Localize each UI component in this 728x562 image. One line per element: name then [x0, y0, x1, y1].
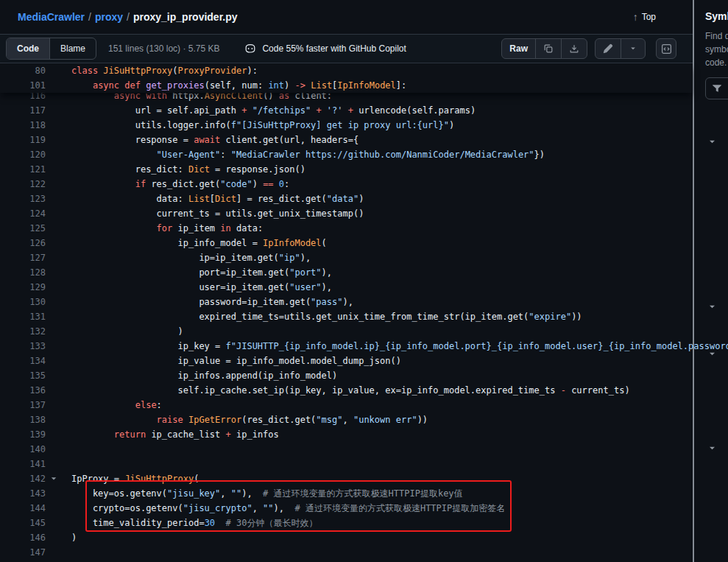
- line-number[interactable]: 129: [0, 280, 46, 295]
- line-number[interactable]: 138: [0, 412, 46, 427]
- code-line: 127 ip=ip_item.get("ip"),: [0, 250, 693, 265]
- code-text: res_dict: Dict = response.json(): [61, 162, 305, 177]
- code-line: 120 "User-Agent": "MediaCrawler https://…: [0, 147, 693, 162]
- line-number[interactable]: 131: [0, 309, 46, 324]
- chevron-spacer: [46, 162, 61, 177]
- line-number[interactable]: 135: [0, 368, 46, 383]
- code-blame-switcher: Code Blame: [6, 38, 96, 60]
- chevron-spacer: [46, 354, 61, 368]
- line-number[interactable]: 121: [0, 162, 46, 177]
- chevron-spacer: [46, 63, 61, 78]
- line-number[interactable]: 144: [0, 501, 46, 516]
- line-number[interactable]: 147: [0, 545, 46, 560]
- line-number[interactable]: 132: [0, 324, 46, 339]
- symbol-group-chevron-icon[interactable]: [706, 136, 718, 147]
- code-line: 133 ip_key = f"JISUHTTP_{ip_info_model.i…: [0, 339, 693, 354]
- code-line: 121 res_dict: Dict = response.json(): [0, 162, 693, 177]
- line-number[interactable]: 123: [0, 192, 46, 206]
- line-number[interactable]: 137: [0, 398, 46, 412]
- file-toolbar: Code Blame 151 lines (130 loc) · 5.75 KB…: [0, 34, 693, 63]
- line-number[interactable]: 126: [0, 236, 46, 250]
- line-number[interactable]: 118: [0, 118, 46, 133]
- chevron-spacer: [46, 516, 61, 530]
- code-line: 101 async def get_proxies(self, num: int…: [0, 78, 693, 93]
- chevron-spacer: [46, 368, 61, 383]
- code-line: 142IpProxy = JiSuHttpProxy(: [0, 471, 693, 486]
- code-line: 136 self.ip_cache.set_ip(ip_key, ip_valu…: [0, 383, 693, 398]
- line-number[interactable]: 143: [0, 486, 46, 501]
- chevron-spacer: [46, 192, 61, 206]
- line-number[interactable]: 140: [0, 442, 46, 457]
- symbols-panel-toggle-button[interactable]: [656, 38, 676, 59]
- code-line: 129 user=ip_item.get("user"),: [0, 280, 693, 295]
- raw-button[interactable]: Raw: [502, 39, 535, 58]
- line-number[interactable]: 125: [0, 221, 46, 236]
- code-line: 137 else:: [0, 398, 693, 412]
- line-number[interactable]: 145: [0, 516, 46, 530]
- code-text: user=ip_item.get("user"),: [61, 280, 332, 295]
- line-number[interactable]: 139: [0, 427, 46, 442]
- chevron-down-icon: [629, 44, 637, 53]
- edit-dropdown-button[interactable]: [621, 39, 645, 58]
- file-view: MediaCrawler/proxy/proxy_ip_provider.py …: [0, 0, 693, 562]
- code-text: raise IpGetError(res_dict.get("msg", "un…: [61, 412, 428, 427]
- chevron-spacer: [46, 103, 61, 118]
- edit-button-group: [595, 38, 646, 59]
- download-icon: [569, 43, 579, 54]
- chevron-spacer: [46, 427, 61, 442]
- tab-code[interactable]: Code: [7, 38, 49, 59]
- breadcrumb-separator: /: [88, 11, 91, 23]
- copilot-banner: Code 55% faster with GitHub Copilot: [244, 43, 406, 55]
- line-number[interactable]: 128: [0, 265, 46, 280]
- edit-button[interactable]: [596, 39, 621, 58]
- line-number[interactable]: 130: [0, 295, 46, 309]
- symbol-group-chevron-icon[interactable]: [706, 442, 718, 454]
- line-number[interactable]: 141: [0, 457, 46, 471]
- raw-button-group: Raw: [501, 38, 587, 59]
- code-text: ip=ip_item.get("ip"),: [61, 250, 311, 265]
- code-line: 147: [0, 545, 693, 560]
- chevron-spacer: [46, 545, 61, 560]
- collapse-chevron-icon[interactable]: [46, 471, 61, 486]
- copy-button[interactable]: [535, 39, 561, 58]
- line-number[interactable]: 101: [0, 78, 46, 93]
- chevron-spacer: [46, 147, 61, 162]
- line-number[interactable]: 117: [0, 103, 46, 118]
- file-meta-info: 151 lines (130 loc) · 5.75 KB: [108, 43, 219, 54]
- code-line: 135 ip_infos.append(ip_info_model): [0, 368, 693, 383]
- chevron-spacer: [46, 442, 61, 457]
- line-number[interactable]: 120: [0, 147, 46, 162]
- code-line: 140: [0, 442, 693, 457]
- code-line: 119 response = await client.get(url, hea…: [0, 133, 693, 147]
- chevron-spacer: [46, 236, 61, 250]
- line-number[interactable]: 146: [0, 530, 46, 545]
- code-line: 123 data: List[Dict] = res_dict.get("dat…: [0, 192, 693, 206]
- symbols-filter[interactable]: [705, 77, 728, 99]
- chevron-spacer: [46, 309, 61, 324]
- line-number[interactable]: 80: [0, 63, 46, 78]
- line-number[interactable]: 122: [0, 177, 46, 192]
- back-to-top-button[interactable]: ↑ Top: [633, 12, 656, 22]
- code-lines: 116 async with httpx.AsyncClient() as cl…: [0, 88, 693, 560]
- line-number[interactable]: 142: [0, 471, 46, 486]
- code-line: 141: [0, 457, 693, 471]
- code-text: ip_value = ip_info_model.model_dump_json…: [61, 354, 401, 368]
- code-text: port=ip_item.get("port"),: [61, 265, 332, 280]
- back-to-top-label: Top: [642, 12, 656, 22]
- code-square-icon: [661, 43, 672, 55]
- line-number[interactable]: 133: [0, 339, 46, 354]
- chevron-spacer: [46, 265, 61, 280]
- symbol-group-chevron-icon[interactable]: [706, 301, 718, 312]
- breadcrumb-folder-link[interactable]: proxy: [95, 11, 123, 23]
- panel-resize-divider[interactable]: [693, 0, 694, 562]
- line-number[interactable]: 134: [0, 354, 46, 368]
- line-number[interactable]: 136: [0, 383, 46, 398]
- line-number[interactable]: 124: [0, 206, 46, 221]
- line-number[interactable]: 119: [0, 133, 46, 147]
- tab-blame[interactable]: Blame: [49, 38, 96, 59]
- download-button[interactable]: [561, 39, 587, 58]
- code-text: ip_key = f"JISUHTTP_{ip_info_model.ip}_{…: [61, 339, 728, 354]
- breadcrumb-repo-link[interactable]: MediaCrawler: [18, 11, 85, 23]
- code-text: async def get_proxies(self, num: int) ->…: [61, 78, 406, 93]
- line-number[interactable]: 127: [0, 250, 46, 265]
